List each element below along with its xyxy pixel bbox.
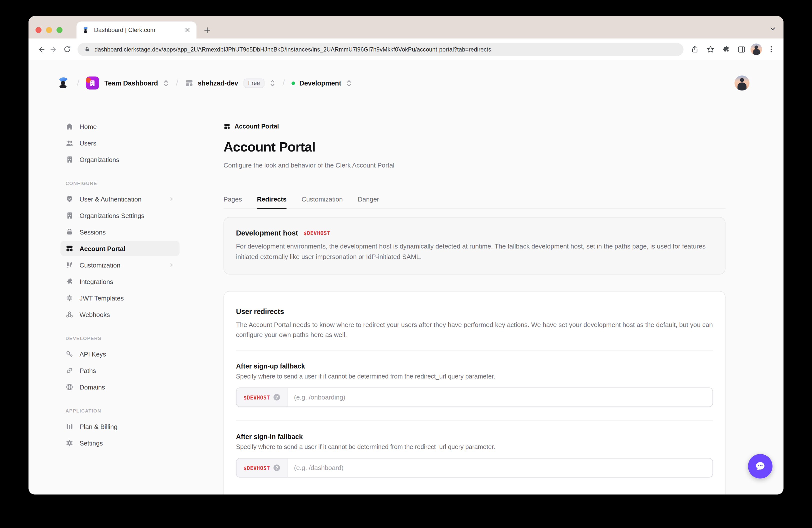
address-bar[interactable]: dashboard.clerkstage.dev/apps/app_2UARme… xyxy=(77,43,683,56)
sign-up-fallback-input-group: $DEVHOST xyxy=(236,387,713,407)
sidebar-section-configure: CONFIGURE xyxy=(66,180,194,186)
clerk-logo[interactable] xyxy=(56,75,71,90)
app-header: / Team Dashboard / shehzad-dev Free / De… xyxy=(29,60,783,106)
browser-window: Dashboard | Clerk.com dashboard.clerksta… xyxy=(29,16,783,495)
sidebar-item-settings[interactable]: Settings xyxy=(60,436,179,451)
browser-tab-strip: Dashboard | Clerk.com xyxy=(29,16,783,39)
tab-danger[interactable]: Danger xyxy=(358,195,379,208)
sidebar-item-user-authentication[interactable]: User & Authentication xyxy=(60,191,179,206)
globe-icon xyxy=(66,383,73,391)
sidebar-item-jwt-templates[interactable]: JWT Templates xyxy=(60,291,179,306)
tab-redirects[interactable]: Redirects xyxy=(257,195,287,208)
help-icon[interactable] xyxy=(274,465,280,471)
sign-in-fallback-input[interactable] xyxy=(288,458,712,477)
sidebar: Home Users Organizations CONFIGURE User … xyxy=(29,106,194,495)
sidebar-item-sessions[interactable]: Sessions xyxy=(60,224,179,239)
sidebar-item-account-portal[interactable]: Account Portal xyxy=(60,241,179,256)
environment-switcher[interactable]: Development xyxy=(299,79,341,87)
field-label: After sign-up fallback xyxy=(236,363,713,370)
field-description: Specify where to send a user if it canno… xyxy=(236,373,713,380)
tab-customization[interactable]: Customization xyxy=(302,195,343,208)
browser-tab[interactable]: Dashboard | Clerk.com xyxy=(76,21,197,39)
link-icon xyxy=(66,367,73,375)
bookmark-star-button[interactable] xyxy=(704,43,716,56)
dev-host-description: For development environments, the develo… xyxy=(236,241,713,262)
divider xyxy=(236,421,713,421)
dev-host-title: Development host xyxy=(236,229,298,237)
help-icon[interactable] xyxy=(274,394,280,400)
sidebar-item-api-keys[interactable]: API Keys xyxy=(60,347,179,362)
devhost-prefix: $DEVHOST xyxy=(236,388,288,407)
users-icon xyxy=(66,139,73,147)
shield-icon xyxy=(66,195,73,203)
page-subtitle: Configure the look and behavior of the C… xyxy=(223,161,725,169)
forward-button[interactable] xyxy=(47,43,60,56)
chat-support-button[interactable] xyxy=(748,454,772,479)
layout-icon xyxy=(66,245,73,252)
sidebar-item-home[interactable]: Home xyxy=(60,119,179,134)
workspace-sort-chevrons-icon[interactable] xyxy=(162,79,170,87)
browser-toolbar: dashboard.clerkstage.dev/apps/app_2UARme… xyxy=(29,39,783,60)
breadcrumb-slash: / xyxy=(175,78,179,88)
workspace-icon xyxy=(86,76,99,89)
browser-menu-button[interactable] xyxy=(765,43,778,56)
environment-sort-chevrons-icon[interactable] xyxy=(346,79,353,87)
chevron-right-icon xyxy=(169,196,174,202)
sign-up-fallback-input[interactable] xyxy=(288,388,712,407)
sidebar-section-application: APPLICATION xyxy=(66,408,194,413)
sidebar-item-customization[interactable]: Customization xyxy=(60,258,179,273)
sidebar-item-domains[interactable]: Domains xyxy=(60,380,179,395)
tab-search-chevron-icon[interactable] xyxy=(769,25,777,32)
field-label: After sign-in fallback xyxy=(236,433,713,440)
chevron-right-icon xyxy=(169,262,174,268)
sidebar-section-developers: DEVELOPERS xyxy=(66,336,194,341)
sidebar-item-integrations[interactable]: Integrations xyxy=(60,274,179,289)
lock-icon[interactable] xyxy=(84,46,90,53)
back-button[interactable] xyxy=(34,43,47,56)
zoom-window-button[interactable] xyxy=(57,27,62,33)
user-redirects-card: User redirects The Account Portal needs … xyxy=(223,291,725,495)
screen: Dashboard | Clerk.com dashboard.clerksta… xyxy=(0,0,812,528)
tab-close-icon[interactable] xyxy=(183,26,191,34)
plan-badge: Free xyxy=(244,78,264,88)
after-sign-in-fallback-field: After sign-in fallback Specify where to … xyxy=(236,433,713,478)
gear-icon xyxy=(66,439,73,447)
browser-profile-avatar[interactable] xyxy=(751,44,762,55)
burst-icon xyxy=(66,294,73,302)
reload-button[interactable] xyxy=(60,43,73,56)
lock-icon xyxy=(66,228,73,236)
layout-icon xyxy=(223,123,231,130)
tab-pages[interactable]: Pages xyxy=(223,195,242,208)
chat-bubble-icon xyxy=(754,460,766,472)
field-description: Specify where to send a user if it canno… xyxy=(236,443,713,451)
sidebar-item-plan-billing[interactable]: Plan & Billing xyxy=(60,419,179,434)
page-title: Account Portal xyxy=(223,140,725,155)
devhost-prefix: $DEVHOST xyxy=(236,458,288,477)
side-panel-button[interactable] xyxy=(735,43,748,56)
application-switcher[interactable]: shehzad-dev xyxy=(198,79,238,87)
breadcrumb: Account Portal xyxy=(223,123,725,130)
clerk-dashboard-app: / Team Dashboard / shehzad-dev Free / De… xyxy=(29,60,783,495)
close-window-button[interactable] xyxy=(35,27,42,33)
sidebar-item-organizations[interactable]: Organizations xyxy=(60,152,179,167)
brush-icon xyxy=(66,261,73,269)
user-avatar[interactable] xyxy=(735,75,750,90)
sidebar-item-organizations-settings[interactable]: Organizations Settings xyxy=(60,208,179,223)
sidebar-item-webhooks[interactable]: Webhooks xyxy=(60,307,179,322)
window-controls xyxy=(35,27,62,33)
extensions-icon[interactable] xyxy=(720,43,732,56)
building-icon xyxy=(66,211,73,220)
sidebar-item-users[interactable]: Users xyxy=(60,135,179,150)
tab-bar: Pages Redirects Customization Danger xyxy=(223,195,725,209)
application-sort-chevrons-icon[interactable] xyxy=(269,79,276,87)
puzzle-icon xyxy=(66,278,73,285)
minimize-window-button[interactable] xyxy=(46,27,52,33)
share-button[interactable] xyxy=(688,43,701,56)
new-tab-button[interactable] xyxy=(201,24,214,36)
breadcrumb-slash: / xyxy=(281,78,286,88)
devhost-badge: $DEVHOST xyxy=(304,230,331,236)
tab-title: Dashboard | Clerk.com xyxy=(94,27,178,33)
main-content: Account Portal Account Portal Configure … xyxy=(194,106,783,495)
workspace-switcher[interactable]: Team Dashboard xyxy=(104,79,158,87)
sidebar-item-paths[interactable]: Paths xyxy=(60,363,179,378)
